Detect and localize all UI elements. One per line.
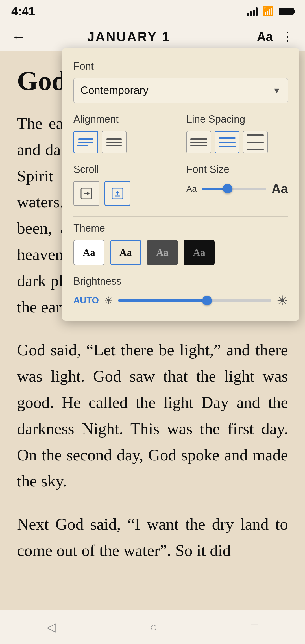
theme-row: Aa Aa Aa Aa (73, 240, 288, 265)
line-spacing-section: Line Spacing (186, 113, 288, 153)
align-justify-button[interactable] (102, 131, 127, 153)
font-dropdown-value: Contemporary (80, 84, 149, 97)
brightness-row: AUTO ☀ ☀ (73, 293, 288, 308)
alignment-label: Alignment (73, 113, 175, 125)
scroll-fontsize-row: Scroll (73, 164, 288, 206)
spacing-2-button[interactable] (215, 131, 239, 153)
font-size-row: Aa Aa (186, 181, 288, 196)
status-bar: 4:41 📶 (0, 0, 305, 23)
paragraph-3: Next God said, “I want the dry land to c… (17, 511, 288, 564)
spacing-3-button[interactable] (243, 131, 268, 153)
theme-beige-button[interactable]: Aa (110, 240, 141, 265)
brightness-slider[interactable] (118, 299, 271, 302)
alignment-section: Alignment (73, 113, 175, 153)
nav-recent-button[interactable]: □ (251, 620, 258, 634)
paragraph-2: God said, “Let there be light,” and ther… (17, 337, 288, 494)
dropdown-arrow-icon: ▼ (273, 86, 281, 95)
line-spacing-label: Line Spacing (186, 113, 288, 125)
font-size-slider[interactable] (202, 188, 266, 190)
sun-large-icon: ☀ (276, 293, 288, 308)
scroll-label: Scroll (73, 164, 175, 175)
page-title: JANUARY 1 (34, 29, 223, 44)
spacing-1-button[interactable] (186, 131, 211, 153)
theme-gray-button[interactable]: Aa (147, 240, 178, 265)
font-size-label: Font Size (186, 164, 288, 175)
align-spacing-row: Alignment Line Spacing (73, 113, 288, 153)
divider-1 (73, 216, 288, 217)
nav-bar: ◁ ○ □ (0, 610, 305, 644)
theme-white-button[interactable]: Aa (73, 240, 104, 265)
back-button[interactable]: ← (11, 28, 26, 45)
page-scroll-button[interactable] (73, 181, 99, 206)
align-left-button[interactable] (73, 131, 98, 153)
theme-black-button[interactable]: Aa (184, 240, 215, 265)
scroll-buttons (73, 181, 175, 206)
status-time: 4:41 (11, 5, 35, 18)
wifi-icon: 📶 (263, 6, 274, 17)
font-label: Font (73, 60, 288, 72)
font-settings-button[interactable]: Aa (257, 30, 273, 44)
font-size-section: Font Size Aa Aa (186, 164, 288, 206)
scroll-section: Scroll (73, 164, 175, 206)
brightness-label: Brightness (73, 275, 288, 287)
status-icons: 📶 (247, 6, 294, 17)
alignment-buttons (73, 131, 175, 153)
sun-small-icon: ☀ (104, 295, 113, 306)
line-spacing-buttons (186, 131, 288, 153)
font-size-small-icon: Aa (186, 184, 197, 193)
app-bar: ← JANUARY 1 Aa ⋮ (0, 23, 305, 51)
settings-panel: Font Contemporary ▼ Alignment (62, 48, 299, 321)
battery-icon (279, 8, 294, 15)
auto-label[interactable]: AUTO (73, 295, 99, 306)
nav-home-button[interactable]: ○ (150, 620, 157, 634)
theme-label: Theme (73, 222, 288, 234)
font-size-large-icon: Aa (271, 181, 288, 196)
continuous-scroll-button[interactable] (104, 181, 130, 206)
signal-icon (247, 7, 258, 16)
font-dropdown[interactable]: Contemporary ▼ (73, 78, 288, 103)
nav-back-button[interactable]: ◁ (47, 620, 56, 634)
more-options-button[interactable]: ⋮ (281, 31, 294, 43)
